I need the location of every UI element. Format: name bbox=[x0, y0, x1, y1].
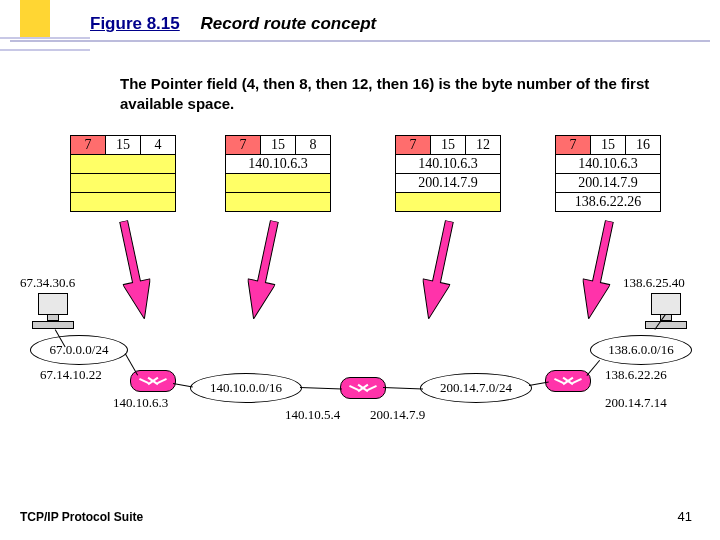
host-left-icon bbox=[30, 293, 76, 327]
iface-r1-right: 140.10.6.3 bbox=[113, 395, 168, 411]
arrow-4 bbox=[575, 218, 623, 322]
iface-r3-left: 200.14.7.14 bbox=[605, 395, 667, 411]
router-3-icon bbox=[545, 370, 591, 392]
title-row: Figure 8.15 Record route concept bbox=[90, 14, 376, 34]
rr-table-3: 71512 140.10.6.3 200.14.7.9 bbox=[395, 135, 501, 212]
link bbox=[383, 387, 423, 390]
figure-label: Figure 8.15 bbox=[90, 14, 180, 33]
svg-marker-0 bbox=[110, 218, 158, 322]
svg-marker-1 bbox=[240, 218, 288, 322]
rr-table-4: 71516 140.10.6.3 200.14.7.9 138.6.22.26 bbox=[555, 135, 661, 212]
cloud-3: 200.14.7.0/24 bbox=[420, 373, 532, 403]
arrow-2 bbox=[240, 218, 288, 322]
cloud-2: 140.10.0.0/16 bbox=[190, 373, 302, 403]
router-2-icon bbox=[340, 377, 386, 399]
link bbox=[586, 360, 600, 376]
page-number: 41 bbox=[678, 509, 692, 524]
footer-left: TCP/IP Protocol Suite bbox=[20, 510, 143, 524]
caption: The Pointer field (4, then 8, then 12, t… bbox=[120, 74, 660, 115]
host-left-ip: 67.34.30.6 bbox=[20, 275, 75, 291]
host-right-icon bbox=[643, 293, 689, 327]
iface-r2-left: 140.10.5.4 bbox=[285, 407, 340, 423]
diagram: 7154 7158 140.10.6.3 71512 140.10.6.3 20… bbox=[25, 135, 695, 455]
iface-r3-right: 138.6.22.26 bbox=[605, 367, 667, 383]
arrow-1 bbox=[110, 218, 158, 322]
title-rule bbox=[10, 40, 710, 42]
iface-r2-right: 200.14.7.9 bbox=[370, 407, 425, 423]
cloud-4: 138.6.0.0/16 bbox=[590, 335, 692, 365]
cloud-1: 67.0.0.0/24 bbox=[30, 335, 128, 365]
link bbox=[124, 353, 138, 375]
rr-table-2: 7158 140.10.6.3 bbox=[225, 135, 331, 212]
host-right-ip: 138.6.25.40 bbox=[623, 275, 685, 291]
figure-title: Record route concept bbox=[201, 14, 377, 33]
svg-marker-3 bbox=[575, 218, 623, 322]
svg-marker-2 bbox=[415, 218, 463, 322]
link bbox=[300, 387, 342, 390]
link bbox=[173, 383, 193, 388]
rr-table-1: 7154 bbox=[70, 135, 176, 212]
arrow-3 bbox=[415, 218, 463, 322]
iface-r1-left: 67.14.10.22 bbox=[40, 367, 102, 383]
